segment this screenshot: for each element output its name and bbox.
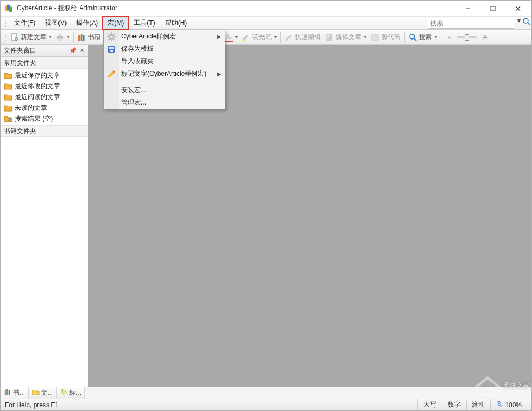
status-bar: For Help, press F1 大写 数字 滚动 100% [1, 399, 531, 410]
edit-article-button[interactable]: 编辑文章▾ [323, 31, 369, 44]
folder-icon [4, 71, 12, 79]
text-color-icon: A [224, 33, 233, 42]
menu-file[interactable]: 文件(F) [9, 17, 40, 29]
pin-icon[interactable]: 📌 [69, 47, 77, 55]
menu-action[interactable]: 操作(A) [71, 17, 103, 29]
sidebar-panel-title: 文件夹窗口 [4, 46, 36, 55]
menubar-search-input[interactable]: 搜索 [428, 18, 514, 29]
svg-rect-15 [58, 38, 62, 41]
svg-rect-17 [81, 34, 83, 41]
menu-tools[interactable]: 工具(T) [129, 17, 160, 29]
panel-close-icon[interactable]: ✕ [78, 47, 86, 55]
tree-item-recent-modified[interactable]: 最近修改的文章 [1, 81, 88, 92]
folder-icon [4, 82, 12, 90]
svg-rect-29 [5, 390, 6, 395]
source-icon [371, 33, 379, 42]
svg-rect-20 [242, 40, 245, 41]
svg-rect-2 [7, 4, 10, 10]
sidebar: 文件夹窗口 📌 ✕ 常用文件夹 最近保存的文章 最近修改的文章 最近阅读的文章 … [1, 45, 88, 387]
toolbar-search-button[interactable]: 搜索▾ [406, 31, 439, 44]
books-button[interactable]: 书籍 [75, 31, 103, 44]
svg-line-26 [414, 38, 416, 41]
sidebar-tabs: 书... 文... 标... [1, 387, 531, 399]
macro-menu-manage[interactable]: 管理宏... [104, 96, 225, 109]
menu-view[interactable]: 视图(V) [40, 17, 71, 29]
gear-icon [107, 32, 116, 42]
tree-item-recent-read[interactable]: 最近阅读的文章 [1, 92, 88, 102]
books-icon [4, 388, 11, 397]
font-larger-icon: A [481, 33, 489, 42]
toolbar-grip-2[interactable]: ⋮ [3, 34, 6, 41]
macro-menu-mark-text[interactable]: 标记文字(CyberArticle样例宏) ▶ [104, 68, 225, 80]
macro-menu-sample[interactable]: CyberArticle样例宏 ▶ [104, 30, 225, 43]
menu-help[interactable]: 帮助(H) [160, 17, 192, 29]
svg-rect-48 [109, 47, 114, 49]
zoom-slider[interactable] [457, 36, 477, 38]
svg-line-34 [501, 405, 502, 407]
macro-menu-install[interactable]: 安装宏... [104, 84, 225, 96]
tree-item-unread[interactable]: 未读的文章 [1, 102, 88, 113]
svg-point-32 [62, 390, 63, 391]
minimize-button[interactable] [456, 1, 481, 17]
macro-menu-import-favorites[interactable]: 导入收藏夹 [104, 55, 225, 68]
sidebar-section-books: 书籍文件夹 [1, 125, 88, 137]
status-help-text: For Help, press F1 [5, 401, 58, 409]
pencil-icon [107, 69, 116, 79]
highlighter-button[interactable]: 荧光笔▾ [240, 31, 279, 44]
svg-rect-30 [6, 389, 8, 395]
svg-rect-31 [9, 390, 10, 395]
svg-point-7 [523, 18, 528, 23]
print-button[interactable]: ▾ [54, 31, 71, 44]
svg-rect-24 [372, 35, 378, 40]
folder-icon [4, 104, 12, 112]
tag-icon [60, 388, 68, 397]
new-article-button[interactable]: 新建文章▾ [8, 31, 54, 44]
svg-point-38 [110, 36, 113, 38]
close-button[interactable] [505, 1, 530, 17]
menu-separator [120, 82, 224, 82]
menu-macro[interactable]: 宏(M) [103, 17, 129, 29]
status-scroll: 滚动 [466, 399, 490, 410]
sidebar-panel-header: 文件夹窗口 📌 ✕ [1, 45, 88, 57]
status-zoom: 100% [490, 399, 527, 410]
sidebar-tab-tags[interactable]: 标... [57, 387, 85, 399]
submenu-caret-icon: ▶ [217, 71, 221, 77]
svg-rect-4 [491, 6, 495, 11]
folder-search-icon [4, 115, 12, 122]
highlighter-icon [242, 33, 251, 42]
app-icon [5, 4, 14, 13]
sidebar-section-common: 常用文件夹 [1, 57, 88, 69]
sidebar-tab-books[interactable]: 书... [1, 387, 29, 399]
sidebar-tab-files[interactable]: 文... [29, 387, 57, 399]
quick-edit-button[interactable]: 快速编辑 [283, 31, 323, 44]
menu-bar: ⋮ 文件(F) 视图(V) 操作(A) 宏(M) 工具(T) 帮助(H) 搜索 … [1, 17, 531, 30]
save-template-icon [107, 44, 116, 54]
svg-line-46 [114, 34, 115, 35]
search-icon[interactable] [522, 17, 531, 27]
toolbar-grip[interactable]: ⋮ [4, 17, 7, 29]
tree-item-search-results[interactable]: 搜索结果 (空) [1, 113, 88, 124]
svg-line-45 [109, 38, 110, 40]
source-code-button[interactable]: 源代码 [369, 31, 403, 44]
svg-rect-14 [58, 34, 62, 36]
maximize-button[interactable] [481, 1, 505, 17]
edit-doc-icon [325, 33, 334, 42]
svg-line-8 [528, 23, 530, 25]
search-dropdown-caret[interactable]: ▾ [516, 17, 522, 29]
macro-menu-save-template[interactable]: 保存为模板 [104, 43, 225, 55]
svg-rect-16 [78, 35, 81, 41]
svg-point-25 [410, 34, 415, 39]
font-smaller-icon: A [445, 33, 454, 42]
folder-icon [32, 389, 40, 397]
svg-marker-21 [286, 35, 292, 41]
svg-marker-19 [243, 35, 248, 40]
zoom-smaller-button[interactable]: A [443, 31, 456, 44]
window-title: CyberArticle - 授权给 Administrator [17, 4, 117, 13]
svg-line-43 [109, 34, 110, 35]
zoom-larger-button[interactable]: A [478, 31, 491, 44]
folder-icon [4, 93, 12, 101]
tree-item-recent-saved[interactable]: 最近保存的文章 [1, 70, 88, 81]
toolbar: ⋮ 新建文章▾ ▾ 书籍 A▾ 荧光笔▾ 快速编辑 编辑文章▾ 源代码 搜索▾ … [1, 30, 531, 45]
svg-rect-49 [110, 50, 113, 52]
status-num: 数字 [442, 399, 466, 410]
